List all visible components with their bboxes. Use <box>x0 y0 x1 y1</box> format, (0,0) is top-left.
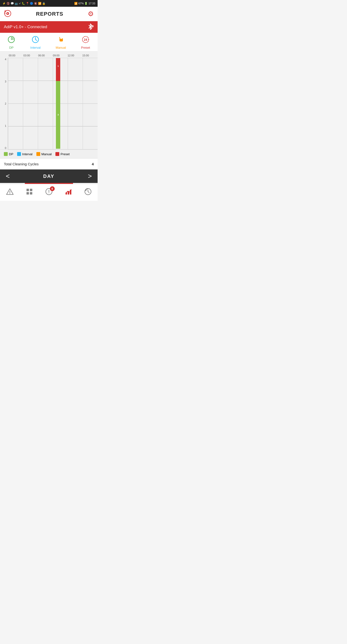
battery-text: 67% <box>78 2 84 5</box>
h-line-1 <box>8 126 98 126</box>
svg-line-29 <box>88 192 89 192</box>
bar-label-green: 3 <box>58 114 59 116</box>
interval-tab-label: Interval <box>30 46 41 50</box>
legend-manual: Manual <box>36 152 52 156</box>
status-bar: ⚡ 📵 💬 📺 ✓ 🐛 📍 🔵 🔇 📶 🔒 📶 67% 🔋 17:33 <box>0 0 98 7</box>
tab-dp[interactable]: DP <box>6 35 17 50</box>
chart-body: 4 3 2 1 0 3 1 <box>0 58 98 150</box>
legend-dp-box <box>4 152 8 156</box>
reports-icon <box>64 188 72 197</box>
svg-point-2 <box>7 13 8 14</box>
settings-button[interactable]: ⚙ <box>88 10 94 18</box>
chart-legend: DP Interval Manual Preset <box>0 150 98 158</box>
bar-segment-red: 1 <box>56 58 60 81</box>
connection-text: AdiP v1.0+ - Connected <box>4 24 47 30</box>
phone-icon: 📵 <box>6 2 10 5</box>
battery-icon: 🔋 <box>84 2 88 5</box>
x-label-2: 06:00 <box>38 54 45 57</box>
status-right-icons: 📶 67% 🔋 17:33 <box>74 2 95 5</box>
svg-text:24: 24 <box>84 38 87 42</box>
prev-day-button[interactable]: < <box>4 170 12 182</box>
next-day-button[interactable]: > <box>86 170 94 182</box>
bluetooth-connected-icon <box>87 23 94 31</box>
bar-group-0: 3 1 <box>56 58 60 149</box>
chart-x-labels: 00:00 03:00 06:00 09:00 12:00 15:00 <box>0 54 98 58</box>
svg-rect-19 <box>26 192 29 194</box>
chart-grid: 3 1 <box>8 58 98 150</box>
location-icon: 📍 <box>26 2 29 5</box>
logo-icon <box>4 10 12 17</box>
time-display: 17:33 <box>88 2 95 5</box>
chart-y-labels: 4 3 2 1 0 <box>0 58 8 150</box>
nav-notifications[interactable]: 8 <box>45 188 53 197</box>
y-label-4: 4 <box>2 58 6 61</box>
history-icon <box>84 188 92 197</box>
legend-dp: DP <box>4 152 13 156</box>
nav-dashboard[interactable] <box>26 188 33 197</box>
x-label-4: 12:00 <box>68 54 74 57</box>
legend-interval: Interval <box>17 152 32 156</box>
bottom-nav: 8 <box>0 184 98 201</box>
nav-alerts[interactable] <box>6 188 14 197</box>
nav-reports[interactable] <box>64 188 72 197</box>
tab-interval[interactable]: Interval <box>28 35 43 50</box>
legend-preset-box <box>56 152 59 156</box>
svg-rect-17 <box>26 189 29 191</box>
page-title: REPORTS <box>36 11 63 17</box>
legend-manual-label: Manual <box>42 152 52 156</box>
y-label-2: 2 <box>2 102 6 105</box>
mute-icon: 🔇 <box>34 2 37 5</box>
signal-icon: 📶 <box>74 2 78 5</box>
x-label-0: 00:00 <box>9 54 16 57</box>
logo-button[interactable] <box>4 10 12 18</box>
y-label-1: 1 <box>2 124 6 127</box>
x-label-1: 03:00 <box>23 54 30 57</box>
interval-tab-icon <box>32 36 39 45</box>
screen-icon: 📺 <box>15 2 18 5</box>
notification-badge: 8 <box>50 186 55 191</box>
usb-icon: ⚡ <box>2 2 6 5</box>
svg-point-23 <box>48 192 49 193</box>
message-icon: 💬 <box>10 2 14 5</box>
stats-label: Total Cleaning Cycles <box>4 162 38 166</box>
svg-rect-18 <box>30 189 32 191</box>
bluetooth-icon: 🔵 <box>30 2 33 5</box>
svg-line-11 <box>36 40 37 40</box>
x-label-5: 15:00 <box>82 54 89 57</box>
check-icon: ✓ <box>19 2 21 5</box>
tab-preset[interactable]: 24 Preset <box>79 35 92 50</box>
legend-interval-box <box>17 152 21 156</box>
h-line-2 <box>8 104 98 104</box>
bug-icon: 🐛 <box>22 2 25 5</box>
manual-tab-icon <box>57 36 64 45</box>
legend-preset-label: Preset <box>60 152 70 156</box>
y-label-3: 3 <box>2 80 6 83</box>
tab-bar: DP Interval Manual 24 Preset <box>0 33 98 52</box>
tab-manual[interactable]: Manual <box>54 35 68 50</box>
chart-container: 00:00 03:00 06:00 09:00 12:00 15:00 4 3 … <box>0 52 98 150</box>
legend-interval-label: Interval <box>22 152 32 156</box>
y-label-0: 0 <box>2 146 6 150</box>
dp-tab-icon <box>8 36 15 45</box>
wifi-icon: 📶 <box>38 2 42 5</box>
legend-manual-box <box>36 152 40 156</box>
stats-row: Total Cleaning Cycles 4 <box>0 158 98 170</box>
day-nav: < DAY > <box>0 170 98 183</box>
dashboard-icon <box>26 188 33 197</box>
dp-tab-label: DP <box>9 46 14 50</box>
bar-label-red: 1 <box>58 65 59 67</box>
legend-preset: Preset <box>56 152 70 156</box>
day-nav-label: DAY <box>43 174 54 179</box>
vpn-icon: 🔒 <box>42 2 46 5</box>
alerts-icon <box>6 188 14 197</box>
x-label-3: 09:00 <box>53 54 60 57</box>
legend-dp-label: DP <box>9 152 13 156</box>
bar-segment-green: 3 <box>56 81 60 149</box>
stats-value: 4 <box>92 162 94 166</box>
nav-history[interactable] <box>84 188 92 197</box>
svg-point-16 <box>10 193 10 194</box>
header: REPORTS ⚙ <box>0 7 98 21</box>
status-left-icons: ⚡ 📵 💬 📺 ✓ 🐛 📍 🔵 🔇 📶 🔒 <box>2 2 46 5</box>
preset-tab-label: Preset <box>81 46 90 50</box>
h-line-3 <box>8 80 98 81</box>
